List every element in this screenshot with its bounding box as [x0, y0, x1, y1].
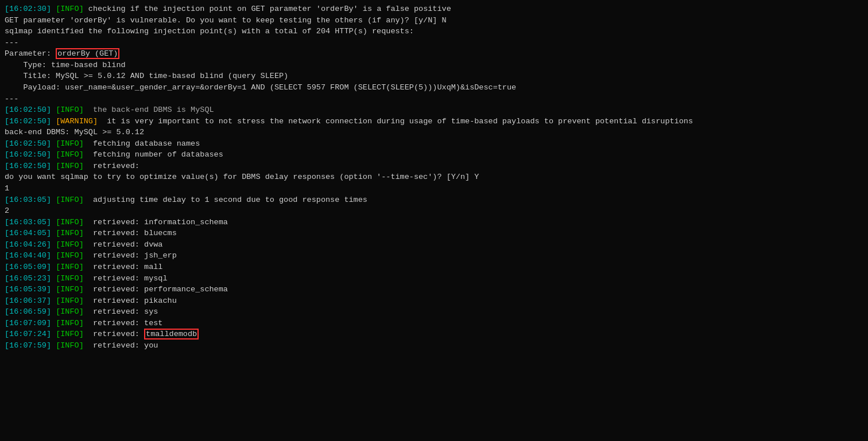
log-line: [16:05:39] [INFO] retrieved: performance…: [5, 284, 868, 295]
db-value-box: tmalldemodb: [144, 329, 199, 339]
log-line: [16:06:37] [INFO] retrieved: pikachu: [5, 295, 868, 307]
log-line: [16:02:50] [INFO] fetching number of dat…: [5, 149, 868, 161]
log-line: [16:04:26] [INFO] retrieved: dvwa: [5, 239, 868, 251]
parameter-box: orderBy (GET): [56, 48, 119, 59]
log-line: [16:03:05] [INFO] adjusting time delay t…: [5, 194, 868, 206]
log-line: [16:07:59] [INFO] retrieved: you: [5, 340, 868, 352]
log-line: [16:04:40] [INFO] retrieved: jsh_erp: [5, 250, 868, 262]
separator-line: ---: [5, 93, 868, 105]
log-line: do you want sqlmap to try to optimize va…: [5, 171, 868, 183]
log-line: [16:02:30] [INFO] checking if the inject…: [5, 3, 868, 15]
terminal-window: [16:02:30] [INFO] checking if the inject…: [5, 3, 868, 441]
log-line: sqlmap identified the following injectio…: [5, 26, 868, 37]
parameter-line: Parameter: orderBy (GET): [5, 48, 868, 60]
log-line: [16:02:50] [INFO] retrieved:: [5, 161, 868, 172]
separator-line: ---: [5, 37, 868, 49]
log-line: [16:05:23] [INFO] retrieved: mysql: [5, 273, 868, 284]
log-line: [16:02:50] [INFO] fetching database name…: [5, 138, 868, 150]
log-line: [16:05:09] [INFO] retrieved: mall: [5, 262, 868, 273]
log-line: [16:06:59] [INFO] retrieved: sys: [5, 306, 868, 318]
log-line: Title: MySQL >= 5.0.12 AND time-based bl…: [5, 71, 868, 82]
log-line: 1: [5, 183, 868, 194]
log-line: [16:04:05] [INFO] retrieved: bluecms: [5, 228, 868, 239]
log-line: [16:02:50] [INFO] the back-end DBMS is M…: [5, 104, 868, 116]
log-line: Payload: user_name=&user_gender_array=&o…: [5, 82, 868, 93]
log-line: [16:02:50] [WARNING] it is very importan…: [5, 116, 868, 127]
log-line: 2: [5, 205, 868, 217]
log-line: GET parameter 'orderBy' is vulnerable. D…: [5, 15, 868, 26]
log-line: Type: time-based blind: [5, 60, 868, 71]
log-line: back-end DBMS: MySQL >= 5.0.12: [5, 127, 868, 138]
log-line: [16:07:24] [INFO] retrieved: tmalldemodb: [5, 329, 868, 340]
log-line: [16:07:09] [INFO] retrieved: test: [5, 318, 868, 329]
log-line: [16:03:05] [INFO] retrieved: information…: [5, 217, 868, 228]
